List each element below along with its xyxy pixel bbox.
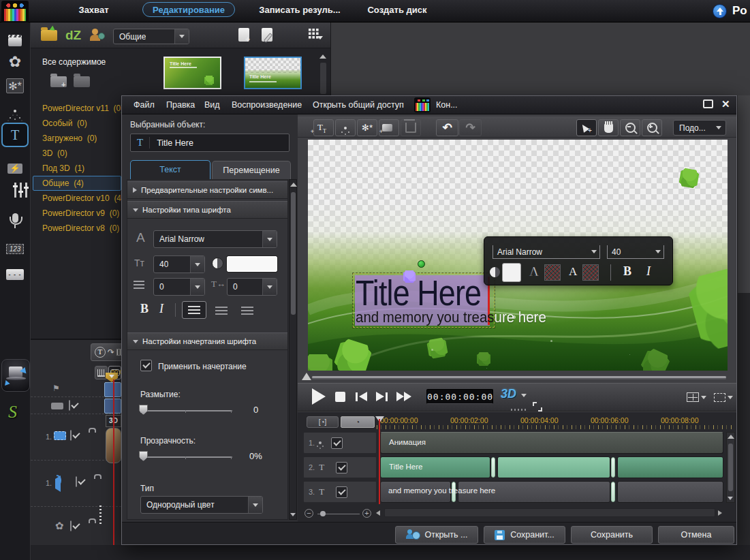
timeline-zoom-out-button[interactable]: − bbox=[304, 509, 313, 518]
float-color-mode-icon[interactable] bbox=[490, 267, 500, 277]
timecode-display[interactable]: 00:00:00:00 bbox=[426, 389, 493, 404]
next-frame-button[interactable] bbox=[376, 392, 390, 401]
import-media-icon[interactable] bbox=[41, 30, 57, 41]
upload-icon[interactable] bbox=[713, 4, 727, 18]
delete-object-button[interactable] bbox=[401, 119, 421, 136]
profile-icon[interactable] bbox=[90, 29, 105, 42]
float-shadow-none-swatch[interactable] bbox=[582, 264, 599, 281]
section-font-face[interactable]: Настройки начертания шрифта bbox=[127, 332, 287, 350]
menu-view[interactable]: Вид bbox=[204, 100, 220, 110]
new-title-icon[interactable]: + bbox=[238, 28, 249, 42]
apply-face-checkbox[interactable] bbox=[140, 360, 152, 371]
maximize-icon[interactable] bbox=[703, 99, 713, 108]
font-color-swatch[interactable] bbox=[227, 256, 277, 272]
select-tool-button[interactable]: + bbox=[576, 119, 597, 136]
main-playhead-marker[interactable] bbox=[106, 373, 118, 382]
remove-folder-icon[interactable] bbox=[74, 76, 90, 87]
animation-clip[interactable]: Анимация bbox=[380, 432, 723, 454]
timeline-scroll-right-icon[interactable] bbox=[718, 510, 722, 516]
effects-room-icon[interactable]: ✿ bbox=[2, 52, 28, 72]
insert-image-button[interactable]: + bbox=[379, 119, 399, 136]
track3-checkbox[interactable] bbox=[336, 486, 347, 498]
insert-to-timeline-button[interactable]: T ↷ bbox=[91, 343, 121, 361]
tab-produce[interactable]: Записать резуль... bbox=[245, 5, 354, 18]
timeline-hscrollbar[interactable] bbox=[384, 508, 715, 517]
edit-title-icon[interactable] bbox=[262, 28, 272, 42]
properties-scrollbar[interactable] bbox=[289, 179, 297, 520]
insert-text-button[interactable]: TT+ bbox=[313, 119, 334, 136]
redo-button[interactable]: ↷ bbox=[459, 119, 482, 136]
fast-forward-button[interactable] bbox=[396, 392, 414, 401]
audio-mixer-room-icon[interactable] bbox=[2, 180, 28, 200]
zoom-out-button[interactable] bbox=[620, 119, 640, 136]
blur-slider[interactable] bbox=[140, 405, 232, 417]
float-font-dropdown[interactable]: Arial Narrow bbox=[493, 245, 600, 259]
color-mode-icon[interactable] bbox=[212, 258, 223, 269]
tab-create-disc[interactable]: Создать диск bbox=[360, 5, 435, 18]
collection-dropdown[interactable]: Общие bbox=[113, 29, 189, 44]
designer-playhead-line[interactable] bbox=[379, 419, 380, 504]
3d-mode-button[interactable]: 3D bbox=[501, 387, 528, 403]
blur-slider-handle[interactable] bbox=[139, 405, 148, 415]
float-italic-button[interactable]: I bbox=[646, 264, 651, 279]
category-item[interactable]: Особый (0) bbox=[33, 116, 121, 131]
title-clip-middle[interactable] bbox=[497, 456, 610, 478]
align-left-button[interactable] bbox=[182, 301, 206, 319]
subtitle-room-icon[interactable]: - - - bbox=[2, 264, 28, 285]
template-thumbnail-selected[interactable]: Title Here bbox=[244, 57, 302, 89]
bold-button[interactable]: B bbox=[140, 302, 149, 316]
category-item[interactable]: PowerDirector v10 (4) bbox=[33, 191, 121, 206]
align-right-button[interactable] bbox=[235, 302, 260, 319]
float-color-swatch[interactable] bbox=[502, 263, 521, 282]
align-center-button[interactable] bbox=[209, 302, 234, 319]
category-item[interactable]: PowerDirector v11 (0) bbox=[33, 101, 121, 116]
tab-text[interactable]: Текст bbox=[130, 160, 210, 179]
rotate-handle-icon[interactable] bbox=[418, 260, 425, 268]
font-family-dropdown[interactable]: Arial Narrow bbox=[153, 230, 277, 248]
float-bold-button[interactable]: B bbox=[623, 264, 631, 279]
timeline-vscrollbar[interactable] bbox=[726, 432, 735, 503]
category-item[interactable]: Под 3D (1) bbox=[33, 161, 121, 176]
category-item[interactable]: 3D (0) bbox=[33, 146, 121, 161]
title-room-icon[interactable]: T bbox=[1, 123, 29, 147]
opacity-slider-handle[interactable] bbox=[139, 451, 148, 461]
menu-edit[interactable]: Правка bbox=[166, 100, 195, 110]
title-clip-outro[interactable] bbox=[617, 456, 723, 478]
tab-motion[interactable]: Перемещение bbox=[212, 161, 291, 179]
video-track-checkbox[interactable] bbox=[70, 430, 72, 441]
media-room-icon[interactable] bbox=[2, 31, 28, 52]
canvas-title-text[interactable]: Title Here bbox=[356, 273, 481, 313]
hand-tool-button[interactable] bbox=[598, 119, 619, 136]
kerning-dropdown[interactable]: 0 bbox=[227, 278, 277, 296]
pane-drag-dots[interactable] bbox=[511, 409, 526, 411]
template-thumbnail[interactable]: Title Here bbox=[163, 57, 221, 89]
grid-button[interactable] bbox=[714, 390, 734, 405]
properties-scroll-thumb[interactable] bbox=[291, 192, 296, 315]
share-open-button[interactable]: Открыть ... bbox=[395, 526, 478, 544]
menu-share[interactable]: Открыть общий доступ bbox=[313, 100, 404, 110]
seek-handle[interactable] bbox=[302, 373, 311, 380]
subtitle-track-checkbox[interactable] bbox=[69, 400, 70, 411]
italic-button[interactable]: I bbox=[159, 302, 163, 316]
tab-edit[interactable]: Редактирование bbox=[142, 2, 235, 17]
clip-boundary-handle[interactable] bbox=[491, 457, 495, 478]
main-playhead-line[interactable] bbox=[113, 379, 114, 560]
library-all-content[interactable]: Все содержимое bbox=[42, 57, 106, 67]
category-item-selected[interactable]: Общие (4) bbox=[33, 176, 121, 191]
magic-tools-icon[interactable] bbox=[1, 359, 30, 392]
timeline-zoom-handle[interactable] bbox=[320, 511, 326, 516]
timeline-zoom-slider[interactable] bbox=[317, 512, 360, 515]
undo-button[interactable]: ↶ bbox=[436, 119, 458, 136]
directorzone-icon[interactable]: dZ bbox=[65, 28, 81, 43]
timeline-ruler[interactable]: 00:00:00:00 00:00:02:00 00:00:04:00 00:0… bbox=[377, 416, 734, 429]
save-as-button[interactable]: Сохранит... bbox=[484, 526, 565, 544]
category-item[interactable]: Загружено (0) bbox=[33, 131, 121, 146]
canvas-subtitle-text[interactable]: and memory you treasure here bbox=[356, 309, 546, 326]
track2-checkbox[interactable] bbox=[336, 462, 347, 473]
title-clip-intro[interactable]: Title Here bbox=[380, 456, 490, 478]
track1-checkbox[interactable] bbox=[331, 437, 343, 449]
font-size-dropdown[interactable]: 40 bbox=[153, 255, 205, 273]
float-border-icon[interactable]: A bbox=[529, 264, 539, 279]
float-shadow-icon[interactable]: A bbox=[569, 265, 577, 279]
library-scrollbar[interactable] bbox=[320, 63, 326, 94]
